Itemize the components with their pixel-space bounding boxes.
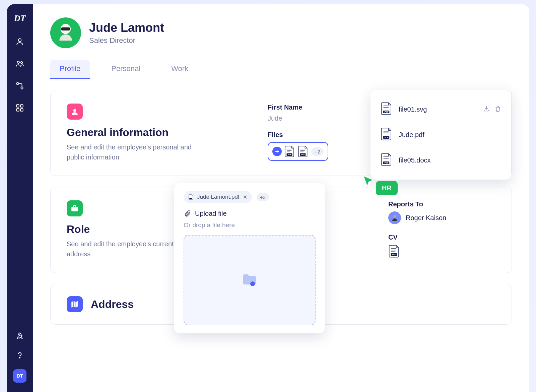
svg-point-4	[21, 87, 23, 89]
uploaded-file-name: Jude Lamont.pdf	[197, 194, 240, 200]
general-desc: See and edit the employee's personal and…	[67, 142, 194, 162]
svg-rect-45	[189, 198, 192, 199]
svg-point-27	[393, 215, 396, 218]
file-icon: .PDF	[381, 153, 393, 168]
svg-point-1	[17, 61, 19, 63]
svg-rect-8	[20, 109, 23, 111]
file-icon: .PDF	[381, 102, 393, 117]
svg-point-15	[73, 109, 76, 112]
role-title: Role	[67, 223, 181, 236]
svg-point-2	[21, 62, 22, 63]
collab-label: HR	[376, 181, 398, 195]
svg-point-11	[22, 335, 23, 336]
remove-file-icon[interactable]: ✕	[243, 194, 247, 200]
file-list-popup: .PDF file01.svg .PDF Jude.pdf .PDF file0…	[371, 90, 511, 180]
upload-file-label[interactable]: Upload file	[184, 210, 316, 217]
map-icon	[67, 296, 83, 312]
file-icon: .PDF	[381, 127, 393, 142]
reports-to-value: Roger Kaison	[406, 214, 446, 222]
upload-more-badge[interactable]: +3	[257, 193, 269, 201]
sidebar: DT DT	[7, 4, 33, 392]
tab-profile[interactable]: Profile	[50, 60, 90, 79]
svg-text:.PDF: .PDF	[384, 162, 389, 164]
file-name: file01.svg	[399, 106, 477, 113]
svg-rect-5	[16, 105, 19, 107]
first-name-label: First Name	[268, 104, 375, 111]
app-logo: DT	[14, 13, 26, 23]
address-title: Address	[91, 298, 134, 311]
first-name-value: Jude	[268, 115, 375, 122]
svg-text:.PDF: .PDF	[392, 254, 396, 256]
reports-to-label: Reports To	[388, 200, 495, 208]
add-file-button[interactable]: +	[272, 147, 282, 156]
svg-point-10	[17, 334, 18, 335]
briefcase-icon	[67, 200, 83, 216]
svg-rect-26	[71, 207, 78, 211]
svg-point-9	[19, 335, 20, 336]
svg-rect-6	[20, 105, 23, 107]
workflow-icon[interactable]	[15, 81, 24, 90]
svg-rect-14	[61, 27, 70, 30]
rocket-icon[interactable]	[15, 332, 24, 341]
file-name: Jude.pdf	[399, 131, 501, 139]
person-card-icon	[67, 104, 83, 120]
drop-hint: Or drop a file here	[184, 221, 316, 229]
reports-avatar	[388, 211, 401, 224]
svg-point-46	[250, 281, 255, 286]
svg-text:.PDF: .PDF	[384, 111, 389, 113]
people-icon[interactable]	[15, 59, 24, 68]
files-label: Files	[268, 131, 375, 139]
collab-cursor: HR	[362, 175, 398, 195]
file-row[interactable]: .PDF Jude.pdf	[379, 122, 503, 147]
role-desc: See and edit the employee's current addr…	[67, 239, 181, 259]
file-row[interactable]: .PDF file01.svg	[379, 96, 503, 122]
upload-popup: Jude Lamont.pdf ✕ +3 Upload file Or drop…	[174, 183, 325, 333]
apps-icon[interactable]	[15, 103, 24, 113]
avatar	[50, 17, 81, 48]
svg-text:.PDF: .PDF	[384, 136, 389, 138]
svg-point-0	[18, 39, 21, 42]
cv-label: CV	[388, 234, 495, 241]
svg-point-3	[16, 82, 19, 85]
employee-role: Sales Director	[89, 36, 164, 45]
tab-personal[interactable]: Personal	[102, 60, 150, 79]
file-thumb-icon[interactable]: .PDF	[298, 145, 309, 157]
user-icon[interactable]	[15, 37, 24, 46]
file-thumb-icon[interactable]: .PDF	[284, 145, 295, 157]
files-row[interactable]: + .PDF .PDF +2	[268, 142, 328, 161]
dropzone[interactable]	[184, 235, 316, 325]
trash-icon[interactable]	[494, 105, 501, 113]
download-icon[interactable]	[483, 105, 490, 113]
profile-header: Jude Lamont Sales Director	[50, 17, 512, 48]
general-title: General information	[67, 126, 268, 139]
upload-file-text: Upload file	[195, 210, 227, 217]
files-more-badge[interactable]: +2	[311, 147, 324, 156]
folder-icon	[241, 271, 258, 289]
file-row[interactable]: .PDF file05.docx	[379, 147, 503, 173]
svg-point-12	[19, 357, 20, 358]
cv-file-icon[interactable]: .PDF	[388, 245, 495, 259]
uploaded-file-pill: Jude Lamont.pdf ✕	[184, 191, 252, 203]
svg-text:.PDF: .PDF	[301, 153, 305, 155]
file-name: file05.docx	[399, 156, 501, 164]
help-icon[interactable]	[15, 350, 24, 360]
tab-work[interactable]: Work	[162, 60, 198, 79]
tabs: Profile Personal Work	[50, 60, 512, 79]
user-badge[interactable]: DT	[13, 369, 26, 383]
svg-text:.PDF: .PDF	[287, 153, 292, 155]
employee-name: Jude Lamont	[89, 21, 164, 35]
svg-rect-7	[16, 109, 19, 111]
